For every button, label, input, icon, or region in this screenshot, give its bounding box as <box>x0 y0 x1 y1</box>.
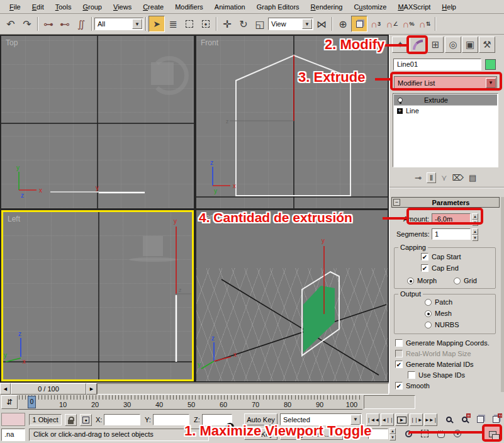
patch-radio[interactable]: Patch <box>425 298 452 306</box>
angle-snap-icon[interactable]: ∩∠ <box>384 16 400 32</box>
remove-modifier-icon[interactable]: ⌦ <box>452 173 464 182</box>
zoom-extents-all-button[interactable] <box>489 413 503 425</box>
time-configuration-button[interactable] <box>401 427 415 440</box>
arc-rotate-button[interactable] <box>451 427 464 440</box>
time-slider-next-icon[interactable]: ► <box>86 383 97 395</box>
panel-scrollbar[interactable] <box>501 197 504 392</box>
menu-tools[interactable]: Tools <box>50 1 77 13</box>
absolute-mode-transform-toggle[interactable]: ● <box>80 414 92 426</box>
viewport-perspective[interactable]: y z x y Perspective <box>196 210 388 381</box>
bind-to-space-warp-icon[interactable]: ∬ <box>73 16 89 32</box>
chevron-down-icon[interactable]: ▼ <box>486 78 496 88</box>
select-object-icon[interactable]: ➤ <box>148 16 165 32</box>
expand-icon[interactable]: + <box>397 108 403 114</box>
zoom-button[interactable] <box>442 413 456 425</box>
morph-radio[interactable]: Morph <box>407 277 437 284</box>
grid-radio[interactable]: Grid <box>454 277 477 284</box>
tab-utilities[interactable]: ⚒ <box>479 36 495 53</box>
redo-icon[interactable]: ↷ <box>19 16 35 32</box>
viewport-top[interactable]: y y x z Top <box>1 36 194 208</box>
select-and-rotate-icon[interactable]: ↻ <box>235 16 252 32</box>
play-animation-button[interactable]: ► <box>395 413 408 426</box>
snaps-toggle-3d-icon[interactable]: ∩3 <box>367 16 384 32</box>
menu-views[interactable]: Views <box>108 1 137 13</box>
smooth-checkbox[interactable]: ✔ Smooth <box>395 382 430 390</box>
object-name-field[interactable]: Line01 <box>393 59 481 70</box>
previous-frame-button[interactable]: ◄❘❘ <box>381 413 394 426</box>
window-crossing-toggle-icon[interactable]: ● <box>198 16 214 32</box>
pan-view-button[interactable] <box>434 427 448 440</box>
spinner-snap-icon[interactable]: ∩⇅ <box>417 16 433 32</box>
menu-animation[interactable]: Animation <box>209 1 251 13</box>
tab-motion[interactable]: ◎ <box>445 36 461 53</box>
select-and-scale-icon[interactable]: ◱ <box>252 16 268 32</box>
menu-modifiers[interactable]: Modifiers <box>169 1 209 13</box>
time-slider-handle[interactable]: 0 / 100 <box>11 383 86 395</box>
track-bar-ruler[interactable]: 0 10 20 30 40 50 60 70 80 90 100 <box>19 395 362 410</box>
select-and-move-icon[interactable]: ✛ <box>219 16 235 32</box>
menu-graph-editors[interactable]: Graph Editors <box>251 1 305 13</box>
go-to-end-button[interactable]: ►►❘ <box>424 413 437 426</box>
stack-item-line[interactable]: + Line <box>394 105 497 116</box>
viewport-front[interactable]: z z x y Front <box>196 36 388 208</box>
open-mini-curve-editor-button[interactable]: ⇵ <box>1 395 18 409</box>
snaps-toggle-icon[interactable] <box>351 16 367 32</box>
make-unique-icon[interactable]: ⋎ <box>441 173 447 182</box>
x-coordinate-field[interactable] <box>104 414 140 425</box>
current-frame-marker[interactable]: 0 <box>28 396 36 408</box>
menu-rendering[interactable]: Rendering <box>305 1 349 13</box>
cap-start-checkbox[interactable]: ✔ Cap Start <box>421 253 461 261</box>
tab-modify[interactable] <box>410 36 426 53</box>
zoom-region-button[interactable] <box>418 427 432 440</box>
select-and-manipulate-icon[interactable]: ⊕ <box>335 16 351 32</box>
pin-stack-icon[interactable]: ⊸ <box>415 173 422 182</box>
time-slider-track[interactable] <box>97 383 389 395</box>
modifier-list-dropdown[interactable]: Modifier List ▼ <box>394 76 497 89</box>
menu-create[interactable]: Create <box>137 1 169 13</box>
generate-mapping-coords-checkbox[interactable]: Generate Mapping Coords. <box>395 339 490 347</box>
select-by-name-icon[interactable]: ≣ <box>165 16 181 32</box>
tab-hierarchy[interactable]: ⊞ <box>427 36 444 53</box>
viewport-left[interactable]: y z z y x Left <box>1 210 194 381</box>
select-and-link-icon[interactable]: ⊶ <box>40 16 57 32</box>
chevron-down-icon[interactable]: ▼ <box>302 19 312 29</box>
use-pivot-center-icon[interactable]: ⋈ <box>313 16 330 32</box>
zoom-all-button[interactable] <box>457 413 471 425</box>
collapse-icon[interactable]: − <box>393 199 400 206</box>
maxscript-mini-listener-pink[interactable] <box>1 413 25 426</box>
undo-icon[interactable]: ↶ <box>3 16 19 32</box>
lightbulb-icon[interactable] <box>398 98 403 103</box>
menu-customize[interactable]: Customize <box>348 1 392 13</box>
stack-item-extrude[interactable]: Extrude <box>394 94 497 105</box>
configure-modifier-sets-icon[interactable]: ▤ <box>469 173 476 182</box>
object-color-swatch[interactable] <box>485 59 496 70</box>
unlink-selection-icon[interactable]: ⊷ <box>57 16 73 32</box>
menu-group[interactable]: Group <box>77 1 108 13</box>
zoom-extents-button[interactable] <box>473 413 487 425</box>
menu-file[interactable]: File <box>4 1 26 13</box>
tab-display[interactable]: ▣ <box>462 36 478 53</box>
frame-spinner[interactable]: ▲▼ <box>389 428 396 439</box>
real-world-map-size-checkbox[interactable]: Real-World Map Size <box>395 350 471 357</box>
next-frame-button[interactable]: ❘❘► <box>410 413 423 426</box>
time-slider-prev-icon[interactable]: ◄ <box>0 383 11 395</box>
selection-lock-toggle[interactable] <box>65 414 77 426</box>
reference-coordinate-dropdown[interactable]: View ▼ <box>268 18 313 30</box>
chevron-down-icon[interactable]: ▼ <box>132 19 142 29</box>
amount-spinner[interactable]: ▲▼ <box>472 213 478 225</box>
menu-maxscript[interactable]: MAXScript <box>392 1 436 13</box>
segments-field[interactable]: 1 <box>432 228 471 240</box>
segments-spinner[interactable]: ▲▼ <box>472 228 478 240</box>
nurbs-radio[interactable]: NURBS <box>425 321 459 328</box>
show-end-result-icon[interactable]: ‖ <box>427 172 436 183</box>
menu-edit[interactable]: Edit <box>26 1 50 13</box>
percent-snap-icon[interactable]: ∩% <box>400 16 417 32</box>
cap-end-checkbox[interactable]: ✔ Cap End <box>421 264 459 272</box>
maxscript-mini-listener[interactable]: .na <box>1 429 25 441</box>
maximize-viewport-toggle-button[interactable] <box>484 427 500 441</box>
parameters-rollout-header[interactable]: − Parameters <box>391 197 500 208</box>
amount-field[interactable]: -6,0m <box>432 213 471 225</box>
generate-material-ids-checkbox[interactable]: ✔ Generate Material IDs <box>395 361 474 368</box>
use-shape-ids-checkbox[interactable]: Use Shape IDs <box>408 371 465 379</box>
mesh-radio[interactable]: Mesh <box>425 310 452 317</box>
